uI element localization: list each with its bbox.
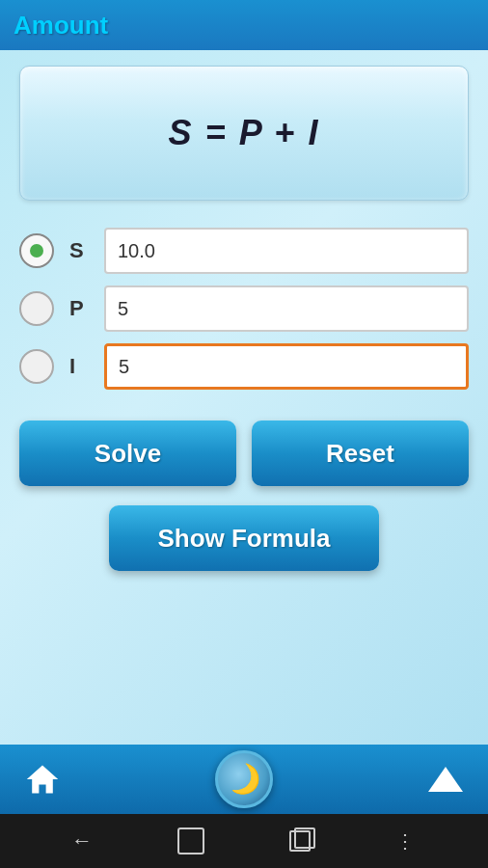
main-content: S = P + I S P I Solve Reset xyxy=(0,50,488,745)
show-formula-container: Show Formula xyxy=(19,505,469,571)
solve-reset-row: Solve Reset xyxy=(19,420,469,486)
radio-p[interactable] xyxy=(19,291,54,326)
input-p[interactable] xyxy=(104,285,469,332)
bottom-nav-bar: 🌙 xyxy=(0,745,488,814)
svg-marker-0 xyxy=(27,766,58,794)
home-system-button[interactable] xyxy=(177,827,204,854)
var-label-s: S xyxy=(69,238,89,263)
input-i[interactable] xyxy=(104,343,469,390)
nav-up-button[interactable] xyxy=(422,756,469,802)
home-system-icon xyxy=(177,827,204,854)
reset-button[interactable]: Reset xyxy=(252,420,469,486)
recents-button[interactable] xyxy=(289,830,311,852)
nav-moon-button[interactable]: 🌙 xyxy=(215,750,273,808)
menu-button[interactable]: ⋮ xyxy=(395,829,417,853)
solve-button[interactable]: Solve xyxy=(19,420,236,486)
back-icon: ← xyxy=(71,828,93,854)
home-icon xyxy=(25,762,60,797)
var-label-p: P xyxy=(69,296,89,321)
menu-dots-icon: ⋮ xyxy=(395,829,417,853)
back-button[interactable]: ← xyxy=(71,828,93,854)
show-formula-button[interactable]: Show Formula xyxy=(109,505,379,571)
recents-icon xyxy=(289,830,311,852)
variable-rows: S P I xyxy=(19,228,469,390)
formula-display-box: S = P + I xyxy=(19,66,469,201)
title-bar: Amount xyxy=(0,0,488,50)
var-label-i: I xyxy=(69,354,89,379)
radio-s[interactable] xyxy=(19,233,54,268)
up-arrow-icon xyxy=(428,767,463,792)
system-bar: ← ⋮ xyxy=(0,814,488,868)
variable-row-i: I xyxy=(19,343,469,390)
radio-i[interactable] xyxy=(19,349,54,384)
input-s[interactable] xyxy=(104,228,469,274)
variable-row-p: P xyxy=(19,285,469,332)
variable-row-s: S xyxy=(19,228,469,274)
moon-icon: 🌙 xyxy=(223,759,265,800)
page-title: Amount xyxy=(14,11,108,41)
nav-home-button[interactable] xyxy=(19,756,66,802)
radio-inner-s xyxy=(30,244,43,258)
formula-text: S = P + I xyxy=(169,113,320,153)
